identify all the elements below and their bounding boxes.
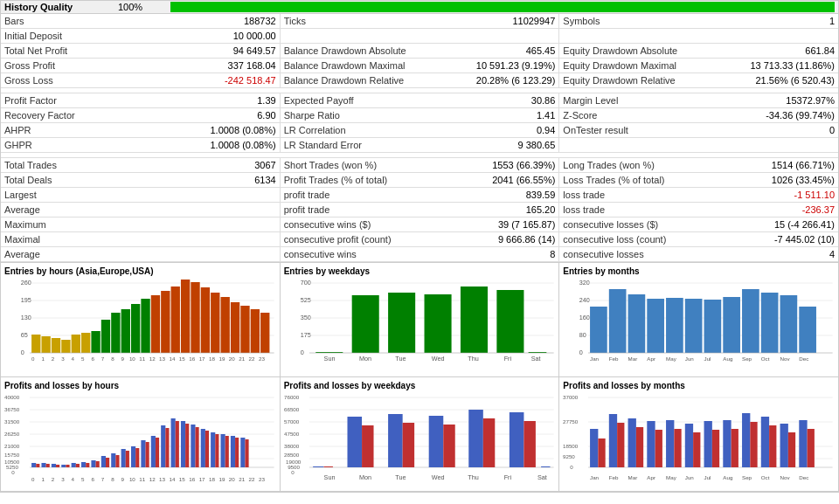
profit-trades-label: Profit Trades (% of total): [284, 175, 493, 185]
svg-text:21: 21: [239, 476, 246, 482]
svg-text:4: 4: [72, 356, 75, 362]
avg-profit-value: 165.20: [526, 204, 556, 215]
bal-dd-max-cell: Balance Drawdown Maximal 10 591.23 (9.19…: [281, 59, 560, 72]
recovery-factor-label: Recovery Factor: [4, 110, 257, 121]
max-consec-loss-value: -7 445.02 (10): [774, 234, 835, 245]
svg-text:2: 2: [52, 476, 55, 482]
svg-rect-71: [388, 293, 415, 353]
stats-row-14: Maximum consecutive wins ($) 39 (7 165.8…: [1, 217, 838, 232]
svg-text:18: 18: [209, 356, 216, 362]
svg-rect-99: [685, 299, 703, 353]
lr-std-err-value: 9 380.65: [518, 140, 556, 150]
empty-cell-2-2: [559, 29, 838, 43]
stats-row-16: Average consecutive wins 8 consecutive l…: [1, 247, 838, 262]
largest-profit-cell: profit trade 839.59: [281, 188, 560, 202]
svg-rect-157: [141, 440, 145, 467]
stats-row-3: Total Net Profit 94 649.57 Balance Drawd…: [1, 44, 838, 59]
profit-trades-cell: Profit Trades (% of total) 2041 (66.55%): [281, 173, 560, 187]
max-consec-loss-cell: consecutive loss (count) -7 445.02 (10): [559, 232, 838, 246]
loss-trades-cell: Loss Trades (% of total) 1026 (33.45%): [559, 173, 838, 187]
pl-by-hours-chart: 40000 36750 31500 26250 21000 15750 1050…: [4, 392, 276, 487]
svg-text:27750: 27750: [563, 418, 579, 425]
svg-text:Sep: Sep: [742, 474, 752, 480]
svg-rect-255: [648, 421, 655, 467]
total-deals-label: Total Deals: [4, 175, 254, 185]
svg-text:Jan: Jan: [590, 356, 599, 362]
hq-value: 100%: [118, 2, 170, 12]
svg-text:Feb: Feb: [609, 356, 619, 362]
avg-loss-cell: loss trade -236.37: [559, 203, 838, 217]
avg-consec-wins-label: consecutive wins: [284, 249, 551, 259]
svg-rect-143: [72, 463, 76, 467]
svg-text:Jul: Jul: [704, 474, 711, 480]
svg-text:Oct: Oct: [761, 356, 770, 362]
svg-rect-149: [101, 456, 106, 467]
svg-rect-97: [648, 299, 665, 353]
svg-rect-227: [468, 410, 483, 467]
svg-rect-144: [76, 464, 80, 467]
svg-rect-172: [215, 434, 218, 467]
sharpe-ratio-label: Sharpe Ratio: [284, 110, 537, 121]
svg-text:195: 195: [21, 297, 31, 304]
svg-rect-19: [121, 309, 130, 353]
hq-bar: [170, 2, 835, 12]
eq-dd-abs-value: 661.84: [805, 45, 835, 56]
svg-text:Fri: Fri: [503, 356, 511, 362]
svg-text:13: 13: [159, 356, 166, 362]
svg-rect-155: [131, 446, 135, 467]
symbols-value: 1: [829, 16, 835, 26]
svg-rect-10: [31, 335, 40, 353]
svg-text:Tue: Tue: [395, 474, 406, 481]
total-trades-cell: Total Trades 3067: [1, 158, 281, 172]
charts-section: Entries by hours (Asia,Europe,USA) 260 1…: [0, 263, 839, 493]
svg-text:11: 11: [139, 356, 146, 362]
max-consec-loss-label: consecutive loss (count): [563, 234, 774, 245]
svg-rect-20: [131, 304, 140, 353]
svg-text:16: 16: [189, 476, 196, 482]
symbols-cell: Symbols 1: [559, 14, 838, 28]
svg-text:Sat: Sat: [537, 474, 547, 481]
svg-rect-175: [231, 436, 235, 467]
svg-rect-156: [135, 448, 139, 467]
svg-text:8: 8: [111, 356, 114, 362]
svg-rect-137: [41, 463, 45, 467]
svg-rect-258: [675, 429, 682, 467]
svg-text:14: 14: [169, 476, 176, 482]
hq-label: History Quality: [4, 2, 118, 12]
svg-rect-220: [323, 466, 332, 467]
long-trades-value: 1514 (66.71%): [772, 160, 835, 170]
svg-rect-154: [126, 451, 129, 467]
svg-text:3: 3: [61, 476, 65, 482]
svg-text:May: May: [666, 474, 677, 480]
expected-payoff-value: 30.86: [531, 95, 556, 106]
svg-text:37000: 37000: [563, 394, 579, 400]
profit-trades-value: 2041 (66.55%): [492, 175, 555, 185]
svg-rect-73: [461, 287, 488, 353]
svg-rect-17: [101, 320, 110, 353]
svg-text:2: 2: [52, 356, 55, 362]
bars-cell: Bars 188732: [1, 14, 281, 28]
svg-rect-163: [171, 418, 176, 467]
svg-text:Thu: Thu: [468, 356, 479, 362]
entries-by-months-chart: 320 240 160 80 0: [563, 278, 835, 372]
svg-text:19: 19: [218, 476, 225, 482]
lr-std-err-cell: LR Standard Error 9 380.65: [281, 138, 560, 152]
svg-rect-252: [617, 423, 624, 467]
svg-text:9: 9: [121, 476, 125, 482]
svg-rect-136: [36, 464, 39, 467]
max-consec-losses-value: 15 (-4 266.41): [774, 219, 835, 230]
svg-text:47500: 47500: [284, 431, 300, 437]
svg-text:1: 1: [41, 476, 45, 482]
svg-rect-265: [742, 413, 750, 467]
profit-factor-label: Profit Factor: [4, 95, 257, 106]
svg-rect-166: [185, 424, 189, 467]
avg-loss-label: loss trade: [563, 204, 801, 215]
svg-rect-103: [761, 293, 779, 353]
svg-rect-223: [388, 414, 403, 467]
total-trades-value: 3067: [254, 160, 275, 170]
svg-rect-135: [31, 463, 36, 467]
svg-text:20: 20: [229, 356, 236, 362]
svg-text:13: 13: [159, 476, 166, 482]
svg-text:0: 0: [291, 469, 295, 475]
sharpe-ratio-cell: Sharpe Ratio 1.41: [281, 108, 560, 122]
